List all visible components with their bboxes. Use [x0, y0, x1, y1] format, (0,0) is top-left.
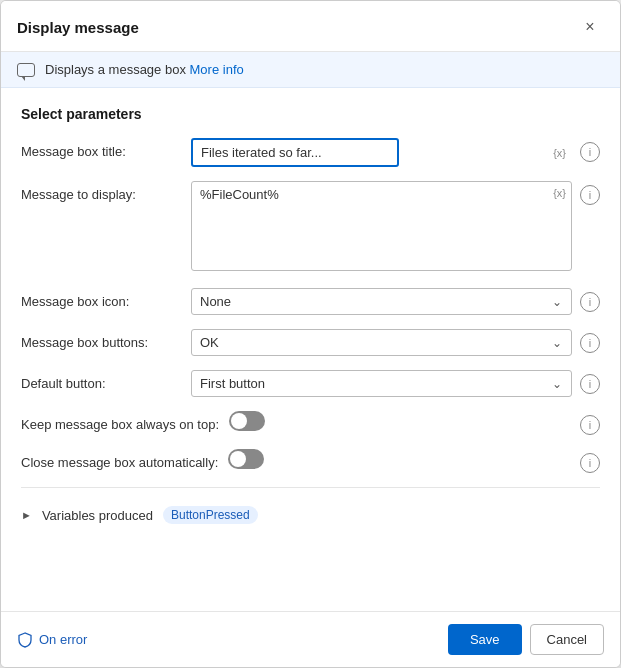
info-banner: Displays a message box More info — [1, 52, 620, 88]
banner-text: Displays a message box More info — [45, 62, 244, 77]
on-error-button[interactable]: On error — [17, 632, 87, 648]
on-error-label: On error — [39, 632, 87, 647]
variables-label: Variables produced — [42, 508, 153, 523]
close-automatically-toggle-knob — [230, 451, 246, 467]
form-content: Select parameters Message box title: {x}… — [1, 88, 620, 611]
close-automatically-row: Close message box automatically: i — [21, 449, 600, 473]
footer: On error Save Cancel — [1, 611, 620, 667]
message-box-icon-select[interactable]: None Information Warning Error — [191, 288, 572, 315]
default-button-info-icon[interactable]: i — [580, 374, 600, 394]
message-box-title-input[interactable] — [191, 138, 399, 167]
message-box-icon-label: Message box icon: — [21, 288, 181, 309]
close-automatically-toggle[interactable] — [228, 449, 264, 469]
footer-actions: Save Cancel — [448, 624, 604, 655]
close-button[interactable]: × — [576, 13, 604, 41]
default-button-row: Default button: First button Second butt… — [21, 370, 600, 397]
keep-on-top-toggle-knob — [231, 413, 247, 429]
message-icon — [17, 63, 35, 77]
title-bar: Display message × — [1, 1, 620, 52]
title-input-badge: {x} — [553, 147, 566, 159]
message-box-buttons-label: Message box buttons: — [21, 329, 181, 350]
variables-chevron-icon: ► — [21, 509, 32, 521]
save-button[interactable]: Save — [448, 624, 522, 655]
message-box-icon-row: Message box icon: None Information Warni… — [21, 288, 600, 315]
message-box-buttons-info-icon[interactable]: i — [580, 333, 600, 353]
dialog-title: Display message — [17, 19, 139, 36]
display-message-dialog: Display message × Displays a message box… — [0, 0, 621, 668]
cancel-button[interactable]: Cancel — [530, 624, 604, 655]
keep-on-top-row: Keep message box always on top: i — [21, 411, 600, 435]
close-automatically-info-icon[interactable]: i — [580, 453, 600, 473]
default-button-select[interactable]: First button Second button Third button — [191, 370, 572, 397]
message-box-buttons-select[interactable]: OK OK - Cancel Yes - No Yes - No - Cance… — [191, 329, 572, 356]
message-box-buttons-row: Message box buttons: OK OK - Cancel Yes … — [21, 329, 600, 356]
message-box-title-info-icon[interactable]: i — [580, 142, 600, 162]
message-to-display-label: Message to display: — [21, 181, 181, 202]
default-button-label: Default button: — [21, 370, 181, 391]
message-box-icon-info-icon[interactable]: i — [580, 292, 600, 312]
message-to-display-info-icon[interactable]: i — [580, 185, 600, 205]
variables-divider — [21, 487, 600, 488]
keep-on-top-info-icon[interactable]: i — [580, 415, 600, 435]
message-box-title-label: Message box title: — [21, 138, 181, 159]
variable-badge[interactable]: ButtonPressed — [163, 506, 258, 524]
more-info-link[interactable]: More info — [190, 62, 244, 77]
variables-row: ► Variables produced ButtonPressed — [21, 498, 600, 528]
message-box-title-row: Message box title: {x} i — [21, 138, 600, 167]
shield-icon — [17, 632, 33, 648]
section-title: Select parameters — [21, 106, 600, 122]
message-to-display-row: Message to display: {x} i — [21, 181, 600, 274]
keep-on-top-label: Keep message box always on top: — [21, 411, 219, 432]
message-to-display-input[interactable] — [191, 181, 572, 271]
close-automatically-label: Close message box automatically: — [21, 449, 218, 470]
keep-on-top-toggle[interactable] — [229, 411, 265, 431]
